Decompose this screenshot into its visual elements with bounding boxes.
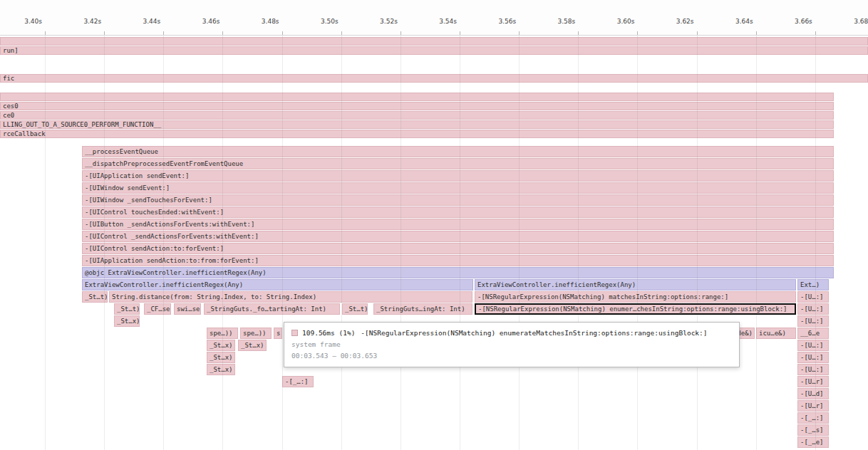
flame-bar[interactable]: -[UIControl _sendActionsForEvents:withEv… <box>82 231 834 242</box>
flame-bar[interactable] <box>0 37 868 46</box>
ruler-tick <box>341 31 342 35</box>
flame-bar[interactable]: -[UIWindow _sendTouchesForEvent:] <box>82 194 834 206</box>
flame-bar[interactable]: ExtraViewController.inefficientRegex(Any… <box>82 279 473 291</box>
flame-bar[interactable]: -[UIButton _sendActionsForEvents:withEve… <box>82 219 834 230</box>
time-label: 3.56s <box>498 18 516 25</box>
flame-bar[interactable] <box>0 93 834 101</box>
ruler-tick <box>222 31 223 35</box>
flame-bar[interactable]: run] <box>0 46 868 55</box>
flame-bar[interactable]: icu…e&) <box>756 328 796 339</box>
gridline <box>401 36 401 450</box>
ruler-tick <box>578 31 579 35</box>
flame-bar[interactable]: -[_…:] <box>797 412 829 424</box>
flame-bar[interactable]: spe…)) <box>240 328 272 339</box>
tooltip-symbol: -[NSRegularExpression(NSMatching) enumer… <box>361 329 707 337</box>
gridline <box>578 36 579 450</box>
time-label: 3.64s <box>735 18 753 25</box>
ruler-tick <box>45 31 46 35</box>
flame-bar[interactable]: -[U…:] <box>797 303 829 315</box>
gridline <box>222 36 223 450</box>
ruler-tick <box>519 31 520 35</box>
flame-bar[interactable]: -[U…d] <box>797 388 829 399</box>
ruler-tick <box>163 31 164 35</box>
flame-bar[interactable]: swi…se <box>174 303 201 315</box>
flame-bar[interactable]: -[U…:] <box>797 352 829 363</box>
time-label: 3.68s <box>854 18 868 25</box>
flame-bar[interactable]: _St…x) <box>207 340 235 351</box>
flame-bar[interactable]: -[UIControl touchesEnded:withEvent:] <box>82 206 834 218</box>
tooltip-title: 109.56ms (1%)-[NSRegularExpression(NSMat… <box>291 328 732 339</box>
gridline <box>341 36 342 450</box>
flame-bar[interactable]: _St…t) <box>342 303 368 315</box>
flame-bar[interactable]: -[_…s] <box>797 424 829 436</box>
flame-bar[interactable]: LLING_OUT_TO_A_SOURCE0_PERFORM_FUNCTION_… <box>0 120 834 129</box>
flame-bar[interactable]: -[U…:] <box>797 315 829 327</box>
flame-bar[interactable]: -[U…:] <box>797 291 829 303</box>
time-label: 3.46s <box>202 18 220 25</box>
time-label: 3.44s <box>143 18 161 25</box>
gridline <box>163 36 164 450</box>
flame-bar[interactable]: -[UIApplication sendEvent:] <box>82 170 834 182</box>
category-color-swatch-icon <box>291 330 298 336</box>
flame-bar[interactable]: -[_…:] <box>282 376 314 387</box>
ruler-tick <box>756 31 757 35</box>
flame-bar[interactable]: -[U…:] <box>797 340 829 351</box>
time-label: 3.48s <box>262 18 279 25</box>
flame-bar[interactable]: -[UIControl sendAction:to:forEvent:] <box>82 243 834 254</box>
flame-bar[interactable]: _St…x) <box>238 340 267 351</box>
flame-bar[interactable]: -[NSRegularExpression(NSMatching) matche… <box>475 291 796 303</box>
time-label: 3.50s <box>321 18 339 25</box>
gridline <box>637 36 638 450</box>
flame-bar[interactable]: @objc ExtraViewController.inefficientReg… <box>82 267 834 278</box>
flame-bar[interactable]: _CF…se <box>144 303 171 315</box>
flame-bar[interactable]: fic <box>0 74 868 83</box>
tooltip-note: system frame <box>291 339 732 350</box>
gridline <box>815 36 816 450</box>
time-label: 3.40s <box>24 18 42 25</box>
flame-bar[interactable]: _St…x) <box>207 364 235 375</box>
flame-bar[interactable]: -[U…r] <box>797 400 829 412</box>
flame-bar[interactable]: -[_…e] <box>797 436 829 448</box>
time-label: 3.52s <box>380 18 398 25</box>
flame-bar[interactable]: _StringGuts._fo…tartingAt: Int) <box>204 303 340 315</box>
ruler-tick <box>401 31 401 35</box>
gridline <box>756 36 757 450</box>
flame-bar[interactable]: _St…x) <box>114 315 140 327</box>
ruler-tick <box>637 31 638 35</box>
flame-bar[interactable]: ces0 <box>0 102 834 110</box>
ruler-tick <box>282 31 283 35</box>
gridline <box>697 36 698 450</box>
flame-bar[interactable]: __dispatchPreprocessedEventFromEventQueu… <box>82 158 834 169</box>
tooltip-duration: 109.56ms (1%) <box>302 329 355 337</box>
flame-bar[interactable]: s <box>274 328 282 339</box>
hover-tooltip: 109.56ms (1%)-[NSRegularExpression(NSMat… <box>284 322 740 367</box>
time-label: 3.42s <box>83 18 101 25</box>
flame-bar[interactable]: -[U…r] <box>797 376 829 387</box>
flame-bar[interactable]: _St…t) <box>114 303 140 315</box>
ruler-tick <box>104 31 105 35</box>
gridline <box>519 36 520 450</box>
flame-bar[interactable]: ExtraViewController.inefficientRegex(Any… <box>475 279 796 291</box>
time-label: 3.54s <box>439 18 457 25</box>
gridline <box>45 36 46 450</box>
flame-bar[interactable]: -[U…:] <box>797 364 829 375</box>
tooltip-time-range: 00:03.543 — 00:03.653 <box>291 350 732 362</box>
flame-bar[interactable]: -[UIWindow sendEvent:] <box>82 182 834 194</box>
flame-bar[interactable]: _St…x) <box>207 352 235 363</box>
flame-bar[interactable]: Ext…) <box>797 279 829 291</box>
gridline <box>460 36 460 450</box>
flame-bar[interactable]: __6…e <box>797 328 829 339</box>
gridline <box>104 36 105 450</box>
flame-bar[interactable]: _StringGuts…ingAt: Int) <box>373 303 472 315</box>
gridline <box>282 36 283 450</box>
ruler-tick <box>697 31 698 35</box>
flame-bar[interactable]: -[UIApplication sendAction:to:from:forEv… <box>82 255 834 266</box>
flame-bar[interactable]: ce0 <box>0 111 834 120</box>
flame-bar[interactable]: rceCallback <box>0 130 834 138</box>
time-label: 3.58s <box>558 18 576 25</box>
flame-bar[interactable]: __processEventQueue <box>82 146 834 157</box>
profiler-flame-chart[interactable]: 3.40s3.42s3.44s3.46s3.48s3.50s3.52s3.54s… <box>0 0 868 450</box>
ruler-tick <box>460 31 460 35</box>
time-ruler[interactable]: 3.40s3.42s3.44s3.46s3.48s3.50s3.52s3.54s… <box>0 0 868 36</box>
flame-bar-selected[interactable]: -[NSRegularExpression(NSMatching) enumer… <box>475 303 796 315</box>
